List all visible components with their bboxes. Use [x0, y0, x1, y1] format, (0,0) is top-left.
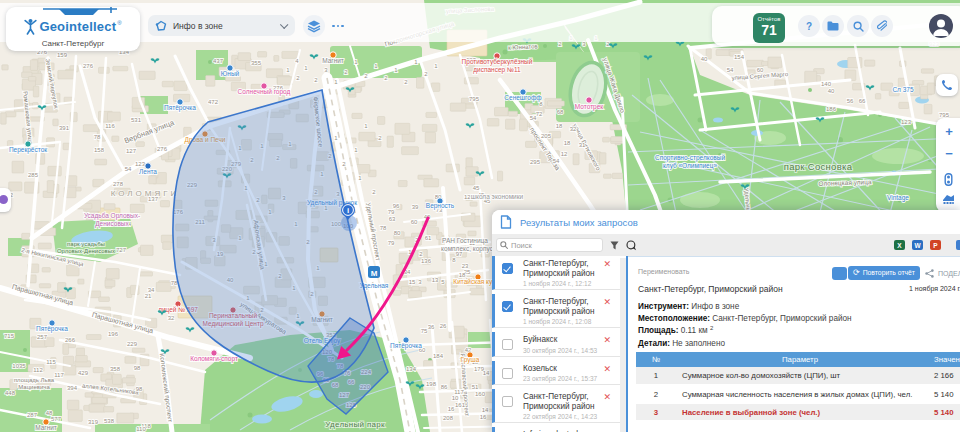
more-menu-button[interactable] — [331, 22, 345, 30]
search-input[interactable] — [511, 241, 597, 250]
poi-label[interactable]: Усадьба Орловых- — [84, 212, 140, 220]
poi-label[interactable]: Перекрёсток — [9, 146, 47, 154]
tool-dropdown[interactable]: Инфо в зоне — [148, 15, 295, 36]
table-header: Значение — [924, 352, 960, 367]
item-delete-button[interactable]: ✕ — [603, 365, 611, 374]
logo-person-icon — [24, 18, 37, 35]
repeat-report-button[interactable]: ⟳Повторить отчёт — [848, 266, 920, 280]
layers-icon — [307, 19, 321, 33]
poi-label[interactable]: Сенешгофф — [504, 94, 542, 102]
poi-label[interactable]: Груша — [461, 356, 480, 364]
request-list-item[interactable]: Санкт-Петербург, Приморский район1 ноябр… — [492, 256, 620, 290]
measure-button[interactable] — [942, 193, 955, 206]
zone-color-button[interactable] — [832, 267, 847, 280]
logo-card[interactable]: Geointellect® Санкт-Петербург — [6, 7, 140, 51]
poi-label[interactable]: Мототрек — [575, 103, 604, 111]
street-label: площадь Льва — [14, 377, 55, 383]
house-number-label: 186 — [826, 106, 837, 112]
table-cell: 3 — [636, 403, 676, 421]
item-delete-button[interactable]: ✕ — [603, 393, 611, 402]
house-number-label: 727 — [116, 247, 127, 253]
house-number-label: 160 — [475, 391, 486, 397]
item-delete-button[interactable]: ✕ — [603, 298, 611, 307]
user-avatar[interactable] — [929, 14, 953, 38]
item-checkbox[interactable] — [502, 301, 513, 312]
poi-label[interactable]: Противотуберкулёзный — [462, 58, 533, 66]
item-checkbox[interactable] — [502, 263, 513, 274]
help-button[interactable]: ? — [798, 15, 820, 37]
poi-label[interactable]: диспансер №11 — [473, 66, 521, 74]
item-checkbox[interactable] — [502, 396, 513, 407]
ellipsis-icon — [337, 25, 340, 28]
poi-label[interactable]: Юный — [221, 70, 240, 77]
house-number-label: 45 — [473, 185, 480, 191]
layers-button[interactable] — [303, 15, 325, 37]
poi-label[interactable]: школа экономики — [471, 193, 524, 200]
traffic-button[interactable] — [942, 173, 955, 186]
header-right-card: Отчётов 71 ? — [712, 6, 960, 46]
reports-badge-count: 71 — [753, 23, 785, 38]
poi-label[interactable]: Магнит — [35, 424, 57, 431]
house-number-label: 54 — [530, 115, 537, 121]
chat-widget[interactable] — [0, 188, 11, 212]
item-checkbox[interactable] — [502, 339, 513, 350]
reports-badge[interactable]: Отчётов 71 — [753, 13, 785, 43]
item-delete-button[interactable]: ✕ — [603, 336, 611, 345]
poi-label[interactable]: РАН Гостиница — [442, 237, 488, 245]
powerpoint-export-icon[interactable]: P — [930, 240, 941, 250]
house-number-label: 32 — [168, 315, 175, 321]
zoom-out-button[interactable]: − — [936, 147, 960, 160]
request-list-item[interactable]: Козельск23 октября 2024 г., 15:37✕ — [492, 361, 620, 386]
house-number-label: 229 — [127, 341, 138, 347]
poi-label[interactable]: Спортивно-стрелковый — [655, 154, 725, 162]
request-list-item[interactable]: Буйнакск30 октября 2024 г., 14:53✕ — [492, 332, 620, 357]
poi-label[interactable]: Верность — [426, 202, 455, 210]
house-number-label: 51 — [472, 384, 479, 390]
item-title: Козельск — [523, 364, 603, 374]
projects-button[interactable] — [822, 15, 844, 37]
poi-label[interactable]: Солнечный город — [238, 88, 291, 96]
search-button[interactable] — [847, 15, 869, 37]
table-cell: 2 166 — [924, 367, 960, 385]
rename-link[interactable]: Переименовать — [638, 268, 689, 275]
house-number-label: 63 — [389, 216, 396, 222]
tool-dropdown-label: Инфо в зоне — [173, 21, 280, 31]
detail-title: Санкт-Петербург, Приморский район — [638, 284, 783, 294]
house-number-label: 13 — [432, 277, 439, 283]
poi-label[interactable]: Магнит — [322, 57, 344, 64]
item-checkbox[interactable] — [502, 368, 513, 379]
house-number-label: 276 — [83, 63, 94, 69]
table-cell: 5 140 — [924, 403, 960, 421]
search-box[interactable] — [496, 238, 603, 252]
request-list-item[interactable]: Санкт-Петербург, Приморский район1 ноябр… — [492, 294, 620, 328]
house-number-label: 266 — [65, 337, 76, 343]
attachments-button[interactable] — [871, 15, 893, 37]
poi-label[interactable]: комплекс, корпус — [441, 245, 494, 253]
share-button[interactable]: ПОДЕЛИТЬСЯ — [925, 269, 960, 278]
area-label: Орловых-Денисовых — [57, 248, 115, 254]
poi-label[interactable]: клуб «Олимпиец» — [663, 162, 718, 170]
zoom-in-button[interactable]: + — [936, 125, 960, 138]
callback-button[interactable] — [936, 74, 958, 96]
draw-zone-button[interactable] — [623, 237, 639, 253]
poi-label[interactable]: Пятёрочка — [36, 325, 68, 333]
poi-label[interactable]: Сл 375 — [892, 86, 914, 93]
poi-label[interactable]: Пятёрочка — [164, 104, 196, 112]
excel-export-icon[interactable]: X — [894, 240, 905, 250]
item-delete-button[interactable]: ✕ — [603, 260, 611, 269]
house-number-label: 134 — [406, 366, 417, 372]
request-list-item[interactable]: Санкт-Петербург, Приморский район22 октя… — [492, 389, 620, 423]
poi-label[interactable]: Пятёрочка — [390, 342, 422, 350]
area-label: Удельный парк — [325, 420, 385, 429]
poi-label[interactable]: Коломяги-спорт — [190, 355, 238, 363]
request-list-item[interactable]: Info in selected polygon✕ — [492, 427, 620, 432]
poi-label[interactable]: Vintage — [887, 194, 909, 202]
poi-label[interactable]: Лента — [139, 168, 157, 175]
poi-label[interactable]: Денисовых — [95, 220, 129, 228]
house-number-label: 208 — [443, 415, 454, 421]
house-number-label: 78 — [380, 225, 387, 231]
word-export-icon[interactable]: W — [912, 240, 923, 250]
house-number-label: 577 — [51, 416, 62, 422]
filter-button[interactable] — [607, 238, 621, 252]
extra-export-icon[interactable] — [956, 240, 960, 250]
